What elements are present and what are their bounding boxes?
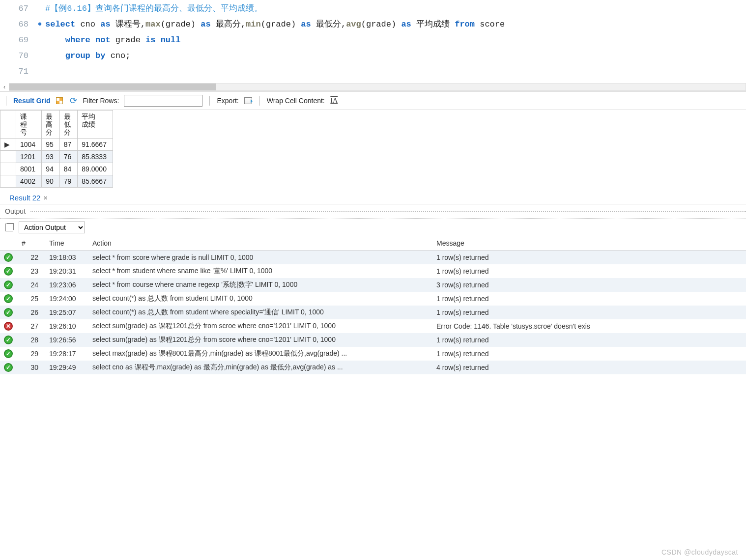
cell[interactable]: 91.6667 [78, 139, 113, 151]
cell[interactable]: 93 [42, 151, 60, 163]
cell[interactable]: 85.8333 [78, 151, 113, 163]
cell[interactable]: 4002 [16, 175, 42, 188]
log-row[interactable]: ✓2819:26:56select sum(grade) as 课程1201总分… [0, 333, 746, 347]
separator [259, 96, 260, 106]
log-action: select cno as 课程号,max(grade) as 最高分,min(… [88, 361, 432, 374]
log-time: 19:29:49 [45, 361, 88, 374]
log-row[interactable]: ✓2619:25:07select count(*) as 总人数 from s… [0, 306, 746, 319]
log-action: select * from student where sname like '… [88, 264, 432, 278]
output-type-select[interactable]: Action Output [19, 222, 85, 233]
breakpoint-marker[interactable]: ● [34, 17, 45, 32]
cell[interactable]: 8001 [16, 163, 42, 175]
export-label: Export: [217, 97, 238, 105]
result-tab[interactable]: Result 22 × [6, 191, 51, 204]
log-row[interactable]: ✓2919:28:17select max(grade) as 课程8001最高… [0, 347, 746, 361]
export-icon[interactable] [244, 96, 253, 105]
cell[interactable]: 79 [59, 175, 78, 188]
cell[interactable]: 76 [59, 151, 78, 163]
row-marker[interactable] [0, 151, 16, 163]
col-action[interactable]: Action [88, 236, 432, 251]
editor-line[interactable]: 71 [0, 64, 746, 80]
copy-output-icon[interactable] [5, 223, 14, 232]
log-num: 28 [18, 333, 45, 347]
cell[interactable]: 89.0000 [78, 163, 113, 175]
filter-rows-input[interactable] [124, 95, 202, 107]
separator [6, 96, 6, 106]
column-header[interactable]: 最高分 [42, 111, 60, 139]
log-row[interactable]: ✕2719:26:10select sum(grade) as 课程1201总分… [0, 319, 746, 333]
log-time: 19:20:31 [45, 264, 88, 278]
col-message[interactable]: Message [432, 236, 746, 251]
log-action: select * from score where grade is null … [88, 251, 432, 265]
cell[interactable]: 94 [42, 163, 60, 175]
editor-line[interactable]: 70 group by cno; [0, 48, 746, 64]
success-icon: ✓ [4, 267, 13, 276]
column-header[interactable]: 课程号 [16, 111, 42, 139]
cell[interactable]: 87 [59, 139, 78, 151]
editor-horizontal-scrollbar[interactable]: ‹ [0, 83, 746, 91]
log-message: 1 row(s) returned [432, 264, 746, 278]
log-row[interactable]: ✓2419:23:06select * from course where cn… [0, 278, 746, 292]
scroll-track[interactable] [9, 83, 746, 91]
log-row[interactable]: ✓2219:18:03select * from score where gra… [0, 251, 746, 265]
result-tab-label: Result 22 [9, 194, 40, 202]
code-content[interactable]: #【例6.16】查询各门课程的最高分、最低分、平均成绩。 [45, 1, 746, 17]
log-time: 19:26:56 [45, 333, 88, 347]
editor-line[interactable]: 69 where not grade is null [0, 32, 746, 48]
result-tabs: Result 22 × [0, 188, 746, 204]
log-row[interactable]: ✓2519:24:00select count(*) as 总人数 from s… [0, 292, 746, 306]
scroll-left-arrow[interactable]: ‹ [0, 84, 9, 90]
table-row[interactable]: 4002907985.6667 [0, 175, 113, 188]
success-icon: ✓ [4, 363, 13, 372]
refresh-icon[interactable]: ⟳ [69, 96, 78, 105]
log-message: 1 row(s) returned [432, 333, 746, 347]
wrap-cell-icon[interactable]: IA [330, 96, 339, 105]
row-marker[interactable]: ▶ [0, 139, 16, 151]
log-num: 27 [18, 319, 45, 333]
cell[interactable]: 90 [42, 175, 60, 188]
log-row[interactable]: ✓3019:29:49select cno as 课程号,max(grade) … [0, 361, 746, 374]
result-grid[interactable]: 课程号最高分最低分平均成绩▶1004958791.66671201937685.… [0, 110, 746, 188]
success-icon: ✓ [4, 280, 13, 289]
table-row[interactable]: 1201937685.8333 [0, 151, 113, 163]
editor-line[interactable]: 68●select cno as 课程号,max(grade) as 最高分,m… [0, 17, 746, 32]
editor-line[interactable]: 67#【例6.16】查询各门课程的最高分、最低分、平均成绩。 [0, 1, 746, 17]
col-num[interactable]: # [18, 236, 45, 251]
cell[interactable]: 85.6667 [78, 175, 113, 188]
col-time[interactable]: Time [45, 236, 88, 251]
cell[interactable]: 95 [42, 139, 60, 151]
line-number: 70 [0, 48, 34, 64]
log-message: 1 row(s) returned [432, 292, 746, 306]
result-toolbar: Result Grid ⟳ Filter Rows: Export: Wrap … [0, 91, 746, 110]
cell[interactable]: 1004 [16, 139, 42, 151]
log-time: 19:24:00 [45, 292, 88, 306]
table-row[interactable]: 8001948489.0000 [0, 163, 113, 175]
column-header[interactable]: 平均成绩 [78, 111, 113, 139]
log-num: 24 [18, 278, 45, 292]
separator [209, 96, 210, 106]
table-row[interactable]: ▶1004958791.6667 [0, 139, 113, 151]
sql-editor[interactable]: 67#【例6.16】查询各门课程的最高分、最低分、平均成绩。68●select … [0, 0, 746, 83]
scroll-thumb[interactable] [9, 84, 216, 90]
log-message: 1 row(s) returned [432, 347, 746, 361]
output-header: Output [0, 204, 746, 219]
action-output-table[interactable]: # Time Action Message ✓2219:18:03select … [0, 236, 746, 374]
code-content[interactable]: select cno as 课程号,max(grade) as 最高分,min(… [45, 17, 746, 32]
log-num: 29 [18, 347, 45, 361]
log-row[interactable]: ✓2319:20:31select * from student where s… [0, 264, 746, 278]
row-marker[interactable] [0, 175, 16, 188]
code-content[interactable]: group by cno; [45, 48, 746, 64]
success-icon: ✓ [4, 349, 13, 358]
log-action: select count(*) as 总人数 from student LIMI… [88, 292, 432, 306]
column-header[interactable]: 最低分 [59, 111, 78, 139]
cell[interactable]: 84 [59, 163, 78, 175]
cell[interactable]: 1201 [16, 151, 42, 163]
grid-view-icon[interactable] [55, 96, 64, 105]
code-content[interactable]: where not grade is null [45, 32, 746, 48]
output-toolbar: Action Output [0, 219, 746, 236]
row-marker[interactable] [0, 163, 16, 175]
result-grid-label[interactable]: Result Grid [13, 97, 50, 105]
success-icon: ✓ [4, 336, 13, 344]
close-icon[interactable]: × [43, 194, 47, 202]
line-number: 67 [0, 1, 34, 17]
